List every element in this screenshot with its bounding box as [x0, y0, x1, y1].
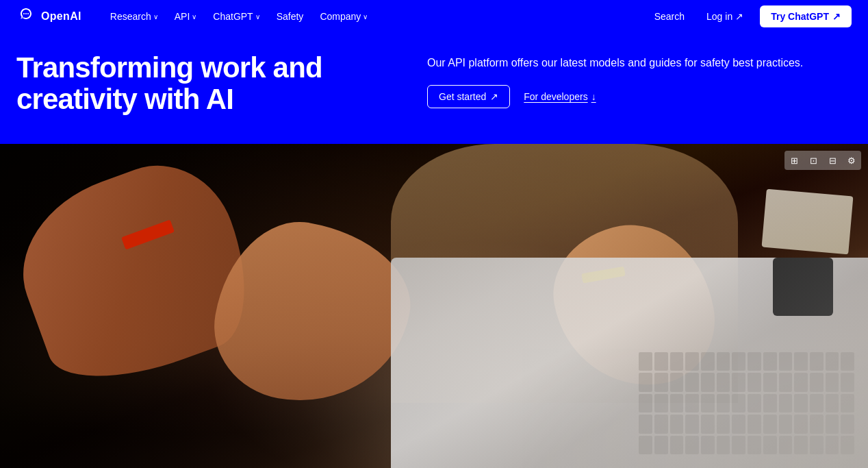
key [654, 415, 668, 433]
image-toolbar: ⊞ ⊡ ⊟ ⚙ [784, 151, 861, 170]
key [701, 436, 715, 454]
key [763, 415, 777, 433]
chevron-down-icon: ∨ [192, 13, 196, 21]
key [717, 394, 730, 412]
key [779, 373, 793, 391]
navbar-left: OpenAI Research ∨ API ∨ ChatGPT ∨ Safety… [16, 7, 374, 26]
key [826, 373, 839, 391]
key [685, 352, 699, 371]
key [841, 352, 854, 371]
key [748, 373, 761, 391]
key [670, 415, 684, 433]
phone-object [773, 258, 834, 316]
get-started-button[interactable]: Get started ↗ [427, 85, 510, 108]
navbar-right: Search Log in ↗ Try ChatGPT ↗ [649, 5, 852, 27]
key [826, 394, 839, 412]
key [732, 394, 745, 412]
chevron-down-icon: ∨ [363, 13, 368, 21]
key [810, 352, 824, 371]
svg-point-1 [25, 13, 27, 14]
key [732, 373, 745, 391]
key [810, 415, 824, 433]
try-chatgpt-button[interactable]: Try ChatGPT ↗ [760, 5, 852, 27]
key [794, 352, 808, 371]
key [763, 436, 777, 454]
key [732, 352, 745, 371]
key [654, 436, 668, 454]
openai-logo-icon [16, 7, 36, 26]
key [639, 352, 652, 371]
chevron-down-icon: ∨ [153, 13, 158, 21]
hero-section: Transforming work and creativity with AI… [0, 33, 868, 144]
svg-point-0 [23, 13, 25, 14]
key [794, 373, 808, 391]
arrow-icon: ↗ [490, 91, 498, 102]
key [779, 394, 793, 412]
notebook-object [761, 189, 853, 255]
key [701, 373, 715, 391]
key [748, 436, 761, 454]
key [748, 352, 761, 371]
key [763, 394, 777, 412]
hero-left: Transforming work and creativity with AI [16, 52, 386, 115]
nav-item-company[interactable]: Company ∨ [313, 7, 374, 26]
key [670, 373, 684, 391]
key [779, 352, 793, 371]
hero-title: Transforming work and creativity with AI [16, 52, 386, 115]
key [639, 394, 652, 412]
key [654, 352, 668, 371]
key [748, 415, 761, 433]
hero-right: Our API platform offers our latest model… [427, 52, 852, 108]
svg-point-2 [27, 13, 29, 14]
keyboard-keys [632, 345, 861, 461]
hero-image-section: ⊞ ⊡ ⊟ ⚙ [0, 144, 868, 468]
search-button[interactable]: Search [649, 8, 690, 25]
key [826, 436, 839, 454]
key [701, 352, 715, 371]
key [717, 373, 730, 391]
key [639, 415, 652, 433]
key [779, 415, 793, 433]
nav-item-api[interactable]: API ∨ [168, 7, 204, 26]
key [685, 394, 699, 412]
for-developers-button[interactable]: For developers ↓ [524, 91, 596, 102]
key [654, 373, 668, 391]
key [732, 415, 745, 433]
logo-area[interactable]: OpenAI [16, 7, 81, 26]
nav-links: Research ∨ API ∨ ChatGPT ∨ Safety Compan… [103, 7, 374, 26]
key [763, 352, 777, 371]
key [826, 352, 839, 371]
key [794, 394, 808, 412]
nav-item-safety[interactable]: Safety [270, 7, 311, 26]
image-toolbar-btn-3[interactable]: ⊟ [823, 151, 842, 170]
login-button[interactable]: Log in ↗ [701, 8, 749, 25]
key [717, 415, 730, 433]
image-toolbar-btn-1[interactable]: ⊞ [784, 151, 804, 170]
key [841, 373, 854, 391]
key [748, 394, 761, 412]
key [841, 394, 854, 412]
hero-photo [0, 144, 868, 468]
hero-description: Our API platform offers our latest model… [427, 55, 810, 71]
key [670, 436, 684, 454]
key [779, 436, 793, 454]
key [701, 394, 715, 412]
image-toolbar-btn-4[interactable]: ⚙ [842, 151, 861, 170]
nav-item-chatgpt[interactable]: ChatGPT ∨ [206, 7, 266, 26]
key [810, 373, 824, 391]
arrow-icon: ↗ [735, 11, 743, 22]
arrow-icon: ↗ [832, 11, 841, 22]
logo-text: OpenAI [41, 10, 81, 23]
key [639, 373, 652, 391]
navigation-bar: OpenAI Research ∨ API ∨ ChatGPT ∨ Safety… [0, 0, 868, 33]
key [826, 415, 839, 433]
key [639, 436, 652, 454]
key [763, 373, 777, 391]
hero-buttons: Get started ↗ For developers ↓ [427, 85, 852, 108]
key [841, 436, 854, 454]
key [794, 436, 808, 454]
key [685, 436, 699, 454]
key [670, 394, 684, 412]
nav-item-research[interactable]: Research ∨ [103, 7, 165, 26]
image-toolbar-btn-2[interactable]: ⊡ [804, 151, 823, 170]
